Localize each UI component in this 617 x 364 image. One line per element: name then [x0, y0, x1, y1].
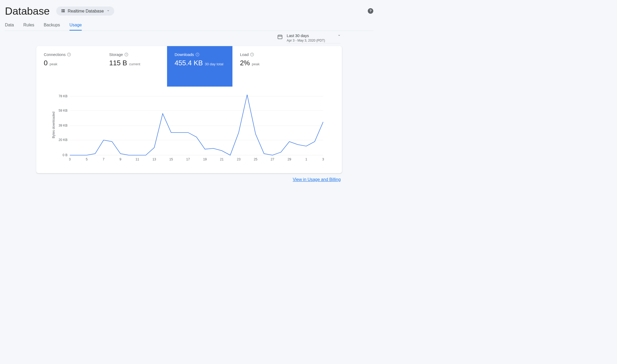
- view-usage-billing-link[interactable]: View in Usage and Billing: [293, 177, 341, 182]
- svg-text:11: 11: [135, 157, 139, 161]
- svg-text:78 KB: 78 KB: [59, 94, 67, 98]
- help-icon[interactable]: ?: [368, 8, 373, 14]
- date-range-picker[interactable]: Last 30 days Apr 3 - May 3, 2020 (PDT): [277, 33, 341, 43]
- svg-rect-1: [61, 11, 65, 12]
- svg-text:9: 9: [119, 157, 121, 161]
- svg-text:15: 15: [169, 157, 173, 161]
- database-selector[interactable]: Realtime Database: [56, 6, 114, 15]
- metric-value: 455.4 KB: [175, 59, 203, 67]
- svg-text:59 KB: 59 KB: [59, 109, 67, 112]
- database-selector-label: Realtime Database: [68, 9, 104, 14]
- tab-backups[interactable]: Backups: [44, 20, 60, 31]
- help-circle-icon[interactable]: ?: [196, 53, 199, 56]
- svg-text:25: 25: [254, 157, 258, 161]
- svg-text:21: 21: [220, 157, 224, 161]
- date-range-label: Last 30 days: [287, 33, 309, 38]
- metric-value: 115 B: [109, 59, 127, 67]
- svg-text:Bytes downloaded: Bytes downloaded: [52, 112, 55, 138]
- metric-sub: 30 day total: [205, 62, 223, 66]
- metric-title: Connections: [44, 52, 66, 57]
- svg-text:13: 13: [153, 157, 156, 161]
- svg-text:29: 29: [287, 157, 291, 161]
- svg-text:17: 17: [186, 157, 190, 161]
- svg-text:3: 3: [69, 157, 71, 161]
- metric-storage[interactable]: Storage? 115 Bcurrent: [102, 46, 167, 87]
- metric-value: 0: [44, 59, 47, 67]
- tab-usage[interactable]: Usage: [70, 20, 82, 31]
- metric-value: 2%: [240, 59, 250, 67]
- help-circle-icon[interactable]: ?: [250, 53, 254, 56]
- svg-point-2: [62, 10, 62, 10]
- chevron-down-icon: [107, 9, 110, 13]
- svg-text:5: 5: [86, 157, 88, 161]
- metric-title: Downloads: [175, 52, 194, 57]
- page-title: Database: [5, 5, 50, 17]
- metric-connections[interactable]: Connections? 0peak: [36, 46, 102, 87]
- tab-bar: Data Rules Backups Usage: [5, 20, 373, 31]
- svg-point-3: [62, 11, 62, 12]
- svg-text:39 KB: 39 KB: [59, 124, 67, 127]
- help-circle-icon[interactable]: ?: [125, 53, 128, 56]
- usage-card: Connections? 0peak Storage? 115 Bcurrent…: [36, 46, 342, 173]
- svg-rect-4: [278, 35, 282, 39]
- tab-data[interactable]: Data: [5, 20, 14, 31]
- chevron-down-icon: [338, 34, 340, 37]
- svg-text:19: 19: [203, 157, 207, 161]
- svg-text:0 B: 0 B: [63, 153, 67, 157]
- calendar-icon: [277, 34, 283, 40]
- svg-text:20 KB: 20 KB: [59, 138, 67, 142]
- metric-downloads[interactable]: Downloads? 455.4 KB30 day total: [167, 46, 232, 87]
- svg-text:23: 23: [237, 157, 241, 161]
- metric-sub: current: [129, 62, 140, 66]
- metric-load[interactable]: Load? 2%peak: [233, 46, 298, 87]
- help-circle-icon[interactable]: ?: [67, 53, 71, 56]
- date-range-sub: Apr 3 - May 3, 2020 (PDT): [287, 39, 340, 42]
- metric-sub: peak: [50, 62, 57, 66]
- svg-text:27: 27: [271, 157, 274, 161]
- metric-sub: peak: [252, 62, 259, 66]
- downloads-chart: 0 B20 KB39 KB59 KB78 KBBytes downloaded3…: [46, 93, 332, 163]
- database-icon: [61, 9, 65, 13]
- tab-rules[interactable]: Rules: [23, 20, 34, 31]
- svg-text:3: 3: [322, 157, 324, 161]
- metric-title: Storage: [109, 52, 123, 57]
- metric-title: Load: [240, 52, 249, 57]
- svg-text:1: 1: [305, 157, 307, 161]
- svg-rect-0: [61, 9, 65, 10]
- svg-text:7: 7: [103, 157, 105, 161]
